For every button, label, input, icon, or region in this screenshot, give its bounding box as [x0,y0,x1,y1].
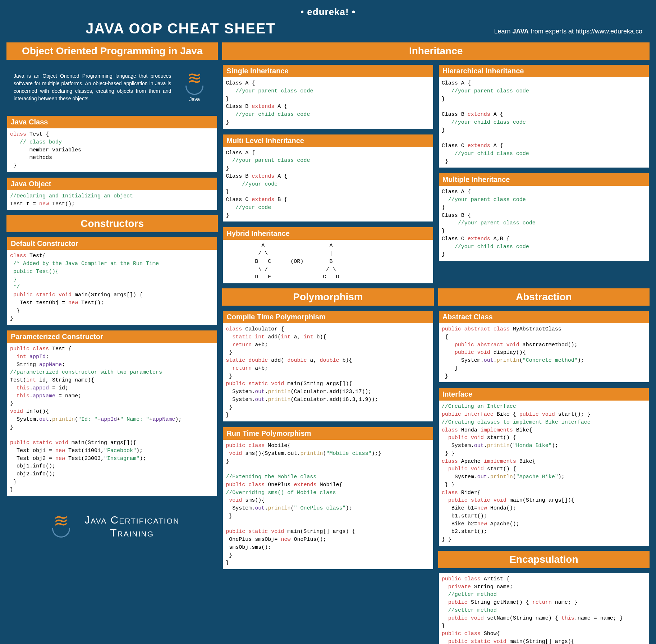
sub-default-constructor: Default Constructor [7,237,217,250]
sub-compile-poly: Compile Time Polymorphism [223,311,433,323]
section-inheritance: Inheritance [222,42,650,60]
code-hybrid-inherit: A A / \ | B C (OR) B \ / / \ D E C D [223,240,433,283]
sub-multilevel-inherit: Multi Level Inheritance [223,134,433,147]
java-icon: ≋ [45,510,77,543]
page-title: JAVA OOP CHEAT SHEET [86,20,276,37]
code-hier-inherit: Class A { //your parent class code } Cla… [439,77,649,168]
code-compile-poly: class Calculator { static int add(int a,… [223,323,433,421]
sub-hier-inherit: Hierarchical Inheritance [439,65,649,77]
code-multiple-inherit: Class A { //your parent class code } Cla… [439,186,649,261]
code-default-constructor: class Test{ /* Added by the Java Compile… [7,250,217,325]
sub-param-constructor: Parameterized Constructor [7,330,217,343]
sub-java-object: Java Object [7,178,217,190]
sub-interface: Interface [439,388,649,401]
code-java-class: class Test { // class body member variab… [7,128,217,172]
section-oop: Object Oriented Programming in Java [6,42,218,60]
sub-hybrid-inherit: Hybrid Inheritance [223,227,433,240]
learn-link-text: Learn JAVA from experts at https://www.e… [494,28,642,35]
intro-text: Java is an Object Oriented Programming l… [14,72,171,102]
code-interface: //Creating an Interface public interface… [439,401,649,546]
java-icon: ≋Java [178,71,211,104]
section-encapsulation: Encapsulation [438,551,650,568]
code-abstract-class: public abstract class MyAbstractClass { … [439,323,649,382]
code-multilevel-inherit: Class A { //your parent class code } Cla… [223,147,433,222]
intro-box: Java is an Object Oriented Programming l… [6,64,218,111]
sub-abstract-class: Abstract Class [439,311,649,323]
section-constructors: Constructors [6,215,218,232]
sub-java-class: Java Class [7,116,217,128]
code-single-inherit: Class A { //your parent class code } Cla… [223,77,433,129]
sub-single-inherit: Single Inheritance [223,65,433,77]
sub-multiple-inherit: Multiple Inheritance [439,173,649,186]
section-polymorphism: Polymorphism [222,288,433,306]
code-runtime-poly: public class Mobile{ void sms(){System.o… [223,440,433,569]
brand-logo: • edureka! • [4,6,652,18]
code-java-object: //Declaring and Initializing an object T… [7,190,217,210]
code-encapsulation: public class Artist { private String nam… [439,573,649,644]
learn-link[interactable]: https://www.edureka.co [575,28,642,35]
cert-banner: ≋ Java CertificationTraining [6,501,218,552]
code-param-constructor: public class Test { int appId; String ap… [7,343,217,496]
section-abstraction: Abstraction [438,288,650,306]
sub-runtime-poly: Run Time Polymorphism [223,427,433,440]
